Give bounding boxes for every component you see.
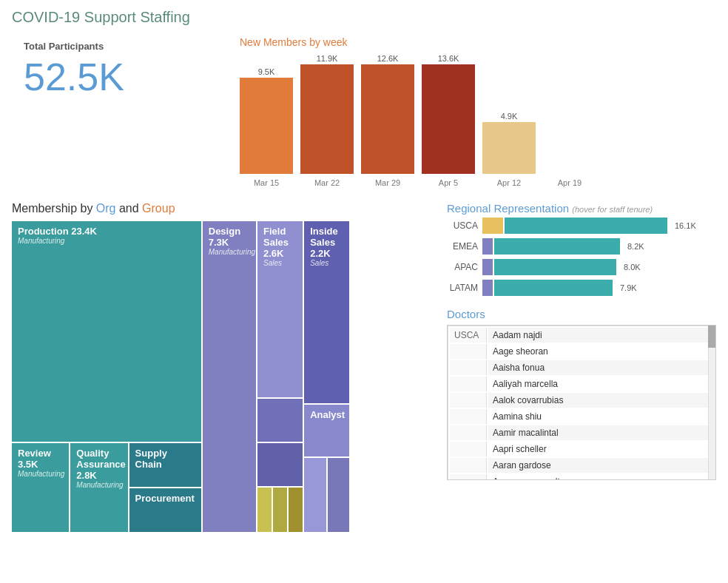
bar-col: 9.5KMar 15: [240, 54, 293, 187]
bar-rect: [361, 64, 414, 174]
bar-label-top: 11.9K: [317, 54, 338, 63]
scrollbar-thumb[interactable]: [708, 326, 715, 348]
total-participants-label: Total Participants: [24, 41, 207, 52]
region-bar-segment: [494, 280, 613, 296]
doctors-region-cell: [450, 442, 487, 456]
main-content: Membership by Org and Group Production 2…: [12, 202, 716, 532]
bar-label-top: 12.6K: [377, 54, 399, 63]
page-container: COVID-19 Support Staffing Total Particip…: [0, 0, 728, 541]
treemap-cell-procurement: Procurement: [129, 488, 201, 532]
region-bar-wrap: [482, 218, 667, 234]
bar-rect: [422, 64, 475, 174]
membership-header: Membership by Org and Group: [12, 202, 423, 215]
bar-col: Apr 19: [543, 54, 596, 187]
doctors-name-cell: Aadam najdi: [488, 328, 713, 343]
doctors-name-cell: Aaliyah marcella: [488, 377, 713, 391]
region-bar-segment: [482, 218, 503, 234]
doctors-table-row: Aaran gardose: [450, 458, 713, 473]
region-row: USCA16.1K: [447, 218, 716, 234]
doctors-region-cell: [450, 360, 487, 375]
doctors-region-cell: [450, 474, 487, 480]
treemap-cell-analyst: Analyst: [304, 405, 349, 456]
region-row: EMEA8.2K: [447, 238, 716, 255]
doctors-table: USCAAadam najdiAage sheoranAaisha fonuaA…: [448, 326, 715, 480]
doctors-table-row: Aaraon roosevelt: [450, 474, 713, 480]
treemap-cell-supply: Supply Chain: [129, 443, 201, 487]
region-row: APAC8.0K: [447, 259, 716, 275]
treemap-tiny-2: [273, 488, 287, 532]
treemap-cell-design: Design 7.3K Manufacturing: [203, 221, 256, 532]
doctors-region-cell: USCA: [450, 328, 487, 343]
bar-rect: [482, 122, 536, 174]
treemap-tiny-row: [257, 488, 303, 532]
treemap-an-1: [304, 458, 326, 532]
region-bar-segment: [505, 218, 667, 234]
treemap-cell-production: Production 23.4K Manufacturing: [12, 221, 201, 442]
treemap-an-2: [328, 458, 350, 532]
treemap-cell-inside-sales: Inside Sales 2.2K Sales: [304, 221, 349, 403]
treemap-col-left: Production 23.4K Manufacturing Review 3.…: [12, 221, 201, 532]
doctors-table-row: Aamir macalintal: [450, 425, 713, 440]
doctors-name-cell: Aaisha fonua: [488, 360, 713, 375]
membership-prefix: Membership by: [12, 202, 96, 215]
doctors-name-cell: Aaraon roosevelt: [488, 474, 713, 480]
region-bar-segment: [482, 259, 493, 275]
regional-title: Regional Representation (hover for staff…: [447, 202, 716, 215]
doctors-name-cell: Aamina shiu: [488, 409, 713, 424]
bar-label-bottom: Apr 19: [558, 178, 582, 187]
doctors-table-row: Aaisha fonua: [450, 360, 713, 375]
doctors-table-row: Aamina shiu: [450, 409, 713, 424]
doctors-name-cell: Aalok covarrubias: [488, 393, 713, 408]
bar-label-bottom: Mar 15: [254, 178, 279, 187]
treemap-col-field: Field Sales 2.6K Sales: [257, 221, 303, 532]
doctors-table-row: Aalok covarrubias: [450, 393, 713, 408]
top-section: Total Participants 52.5K New Members by …: [12, 33, 716, 190]
region-bar-segment: [494, 238, 620, 255]
treemap-cell-review: Review 3.5K Manufacturing: [12, 443, 69, 532]
treemap-col-design: Design 7.3K Manufacturing: [203, 221, 256, 532]
bar-label-bottom: Apr 5: [439, 178, 458, 187]
page-title: COVID-19 Support Staffing: [12, 9, 716, 26]
region-bar-segment: [482, 238, 493, 255]
region-label: USCA: [447, 220, 478, 231]
treemap-small-2: [257, 443, 303, 486]
total-participants-panel: Total Participants 52.5K: [12, 33, 219, 190]
doctors-region-cell: [450, 393, 487, 408]
right-panel: Regional Representation (hover for staff…: [435, 202, 716, 532]
bar-label-bottom: Mar 29: [375, 178, 400, 187]
bar-label-bottom: Apr 12: [497, 178, 521, 187]
membership-group: Group: [142, 202, 175, 215]
total-participants-value: 52.5K: [24, 55, 207, 99]
doctors-region-cell: [450, 425, 487, 440]
region-bar-text: 7.9K: [620, 283, 637, 292]
region-bar-segment: [482, 280, 493, 296]
treemap-cell-field-sales: Field Sales 2.6K Sales: [257, 221, 303, 397]
region-row: LATAM7.9K: [447, 280, 716, 296]
bar-col: 13.6KApr 5: [422, 54, 475, 187]
bar-label-top: 13.6K: [438, 54, 459, 63]
region-label: APAC: [447, 262, 478, 272]
region-bar-wrap: [482, 280, 613, 296]
doctors-region-cell: [450, 377, 487, 391]
region-bar-segment: [494, 259, 616, 275]
bar-col: 4.9KApr 12: [482, 54, 536, 187]
bar-rect: [240, 78, 293, 174]
bar-col: 11.9KMar 22: [300, 54, 354, 187]
doctors-name-cell: Aaran gardose: [488, 458, 713, 473]
bar-label-bottom: Mar 22: [314, 178, 340, 187]
region-bar-text: 8.0K: [624, 263, 641, 272]
bar-chart-title: New Members by week: [240, 36, 710, 48]
bar-chart-section: New Members by week 9.5KMar 1511.9KMar 2…: [234, 33, 716, 190]
region-bar-wrap: [482, 238, 620, 255]
region-bar-text: 8.2K: [627, 242, 644, 251]
doctors-region-cell: [450, 409, 487, 424]
region-label: LATAM: [447, 283, 478, 293]
region-label: EMEA: [447, 241, 478, 252]
doctors-table-row: Aaliyah marcella: [450, 377, 713, 391]
doctors-name-cell: Aage sheoran: [488, 344, 713, 359]
membership-org: Org: [96, 202, 116, 215]
doctors-name-cell: Aapri scheller: [488, 442, 713, 456]
doctors-section: Doctors USCAAadam najdiAage sheoranAaish…: [447, 308, 716, 480]
treemap-col-inside: Inside Sales 2.2K Sales Analyst: [304, 221, 349, 532]
treemap-tiny-3: [289, 488, 303, 532]
